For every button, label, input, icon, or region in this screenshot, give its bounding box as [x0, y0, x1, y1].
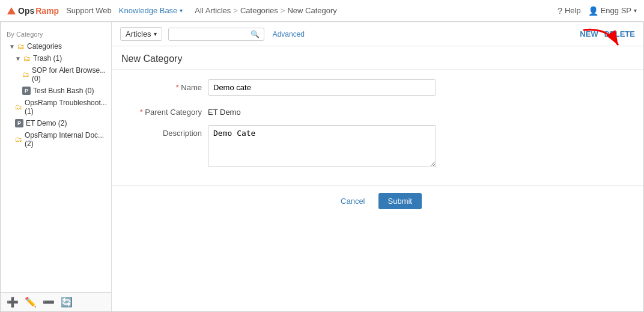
description-label: Description [124, 125, 202, 138]
sidebar: By Category ▼ 🗂 Categories ▼ 🗂 Trash (1)… [1, 22, 112, 311]
p-badge-test-bush: P [22, 87, 31, 95]
sidebar-opsramp-troubleshoot-label: OpsRamp Troubleshoot... (1) [25, 99, 108, 115]
breadcrumb-new-category: New Category [287, 6, 336, 15]
form-row-name: * Name [124, 79, 631, 96]
user-chevron-icon: ▾ [634, 7, 637, 14]
sidebar-item-trash[interactable]: ▼ 🗂 Trash (1) [4, 52, 111, 64]
articles-chevron-icon: ▾ [154, 31, 157, 37]
cancel-button[interactable]: Cancel [333, 194, 372, 209]
question-icon: ? [557, 6, 562, 16]
main-wrapper: By Category ▼ 🗂 Categories ▼ 🗂 Trash (1)… [0, 22, 644, 312]
opsramp-logo: OpsRamp [7, 6, 59, 16]
chevron-down-icon: ▾ [180, 7, 183, 14]
form-row-parent-category: * Parent Category ET Demo [124, 104, 631, 117]
support-web-link[interactable]: Support Web [66, 6, 112, 15]
sop-folder-icon: 🗂 [22, 70, 29, 79]
trash-folder-icon: 🗂 [23, 54, 31, 63]
search-icon[interactable]: 🔍 [251, 30, 260, 38]
logo-ramp-text: Ramp [35, 6, 59, 16]
articles-dropdown[interactable]: Articles ▾ [120, 27, 162, 41]
toggle-trash-icon: ▼ [15, 55, 21, 62]
sidebar-content: By Category ▼ 🗂 Categories ▼ 🗂 Trash (1)… [1, 22, 111, 292]
submit-button[interactable]: Submit [378, 193, 422, 209]
knowledge-base-nav[interactable]: Knowledge Base ▾ [119, 6, 183, 15]
form-container: New Category * Name * Parent Category ET… [112, 46, 643, 311]
name-input[interactable] [208, 79, 436, 96]
parent-category-label: * Parent Category [124, 104, 202, 117]
user-menu[interactable]: 👤 Engg SP ▾ [588, 6, 637, 16]
sidebar-item-categories[interactable]: ▼ 🗂 Categories [4, 40, 111, 52]
required-asterisk-name: * [176, 83, 181, 92]
toolbar-actions: NEW DELETE [580, 29, 635, 38]
sidebar-label: By Category [1, 28, 111, 40]
remove-icon[interactable]: ➖ [43, 296, 55, 308]
edit-icon[interactable]: ✏️ [25, 296, 37, 308]
breadcrumb: All Articles > Categories > New Category [195, 6, 336, 15]
breadcrumb-sep-2: > [281, 6, 285, 15]
toggle-categories-icon: ▼ [9, 43, 15, 50]
form-row-description: Description Demo Cate [124, 125, 631, 167]
folder-icon: 🗂 [17, 42, 25, 50]
help-label: Help [565, 6, 581, 15]
sidebar-trash-label: Trash (1) [33, 54, 62, 63]
logo-ops-text: Ops [18, 6, 34, 16]
delete-button[interactable]: DELETE [604, 29, 635, 38]
sidebar-test-bush-label: Test Bush Bash (0) [33, 87, 94, 95]
user-name: Engg SP [601, 6, 631, 15]
form-header: New Category [112, 46, 643, 70]
content-area: Articles ▾ 🔍 Advanced NEW DELETE [112, 22, 643, 311]
nav-right-actions: ? Help 👤 Engg SP ▾ [557, 6, 637, 16]
sidebar-item-opsramp-internal[interactable]: 🗂 OpsRamp Internal Doc... (2) [4, 129, 111, 150]
sidebar-footer: ➕ ✏️ ➖ 🔄 [1, 292, 111, 311]
refresh-icon[interactable]: 🔄 [61, 296, 73, 308]
sidebar-tree: ▼ 🗂 Categories ▼ 🗂 Trash (1) 🗂 SOP for A… [1, 40, 111, 150]
breadcrumb-all-articles[interactable]: All Articles [195, 6, 231, 15]
opsramp-internal-folder-icon: 🗂 [15, 135, 22, 144]
knowledge-base-label: Knowledge Base [119, 6, 178, 15]
sidebar-item-test-bush[interactable]: P Test Bush Bash (0) [4, 85, 111, 97]
sidebar-sop-label: SOP for Alert Browse... (0) [32, 66, 108, 83]
p-badge-et-demo: P [15, 119, 23, 127]
form-body: * Name * Parent Category ET Demo Descrip… [112, 70, 643, 185]
user-icon: 👤 [588, 6, 598, 16]
opsramp-folder-icon: 🗂 [15, 103, 22, 111]
description-textarea[interactable]: Demo Cate [208, 125, 436, 167]
new-button[interactable]: NEW [580, 29, 598, 38]
search-input[interactable] [172, 30, 251, 38]
sidebar-categories-label: Categories [27, 42, 62, 50]
search-box: 🔍 [168, 28, 264, 41]
parent-category-value: ET Demo [208, 104, 241, 117]
breadcrumb-sep-1: > [233, 6, 238, 15]
sidebar-item-et-demo[interactable]: P ET Demo (2) [4, 117, 111, 129]
form-title: New Category [121, 54, 182, 64]
name-label: * Name [124, 79, 202, 92]
help-link[interactable]: ? Help [557, 6, 581, 16]
breadcrumb-categories[interactable]: Categories [240, 6, 278, 15]
top-navigation: OpsRamp Support Web Knowledge Base ▾ All… [0, 0, 644, 22]
articles-dropdown-label: Articles [126, 29, 151, 38]
sidebar-item-opsramp-troubleshoot[interactable]: 🗂 OpsRamp Troubleshoot... (1) [4, 97, 111, 117]
add-icon[interactable]: ➕ [7, 296, 19, 308]
sidebar-et-demo-label: ET Demo (2) [26, 119, 67, 127]
sidebar-opsramp-internal-label: OpsRamp Internal Doc... (2) [25, 131, 108, 148]
sidebar-item-sop[interactable]: 🗂 SOP for Alert Browse... (0) [4, 64, 111, 85]
form-footer: Cancel Submit [112, 185, 643, 216]
advanced-link[interactable]: Advanced [273, 30, 305, 38]
content-toolbar: Articles ▾ 🔍 Advanced NEW DELETE [112, 22, 643, 46]
